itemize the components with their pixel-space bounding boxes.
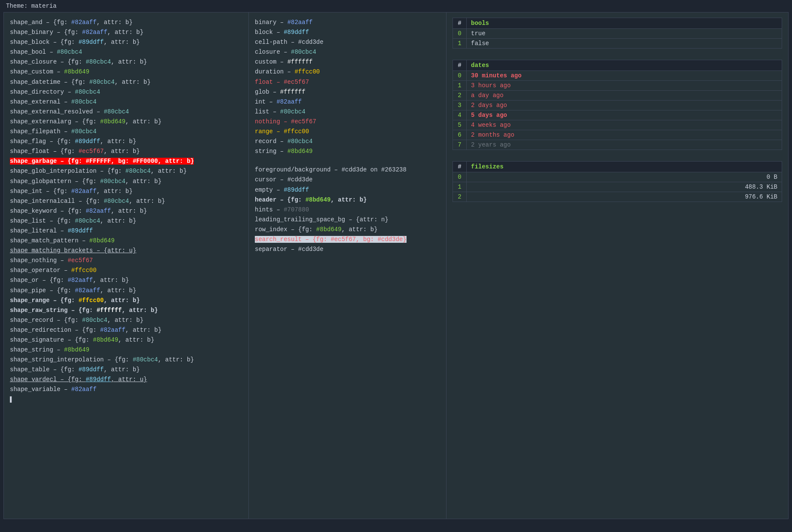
list-item: empty – #89ddff (255, 185, 440, 195)
table-row: 32 days ago (453, 101, 782, 110)
list-item: shape_redirection – {fg: #82aaff, attr: … (10, 325, 242, 335)
value-cell: 3 hours ago (467, 81, 782, 91)
dates-header: dates (467, 60, 782, 71)
index-cell: 4 (453, 110, 467, 120)
list-item: shape_external_resolved – #80cbc4 (10, 107, 242, 117)
list-item: cell-path – #cdd3de (255, 37, 440, 47)
list-item: shape_match_pattern – #8bd649 (10, 236, 242, 246)
table-row: 62 months ago (453, 130, 782, 140)
index-cell: 1 (453, 81, 467, 91)
list-item: shape_list – {fg: #80cbc4, attr: b} (10, 216, 242, 226)
list-item: binary – #82aaff (255, 18, 440, 28)
value-cell: 4 weeks ago (467, 120, 782, 130)
list-item: closure – #80cbc4 (255, 47, 440, 57)
list-item: shape_pipe – {fg: #82aaff, attr: b} (10, 286, 242, 296)
list-item: block – #89ddff (255, 28, 440, 37)
index-cell: 7 (453, 140, 467, 150)
col2: binary – #82aaffblock – #89ddffcell-path… (249, 12, 446, 519)
list-item: shape_closure – {fg: #80cbc4, attr: b} (10, 57, 242, 67)
list-item: separator – #cdd3de (255, 245, 440, 254)
value-cell: 488.3 KiB (467, 182, 782, 192)
list-item: shape_raw_string – {fg: #ffffff, attr: b… (10, 306, 242, 315)
list-item: custom – #ffffff (255, 57, 440, 67)
list-item: shape_signature – {fg: #8bd649, attr: b} (10, 335, 242, 345)
table-row: 54 weeks ago (453, 120, 782, 130)
table-row: 2a day ago (453, 91, 782, 101)
table-row: 2976.6 KiB (453, 192, 782, 202)
list-item: shape_external – #80cbc4 (10, 97, 242, 107)
list-item: shape_operator – #ffcc00 (10, 266, 242, 275)
index-cell: 6 (453, 130, 467, 140)
index-cell: 1 (453, 39, 467, 49)
list-item: shape_externalarg – {fg: #8bd649, attr: … (10, 117, 242, 127)
value-cell: 976.6 KiB (467, 192, 782, 202)
table-row: 030 minutes ago (453, 71, 782, 81)
value-cell: 0 B (467, 172, 782, 182)
index-cell: 2 (453, 91, 467, 101)
list-item: shape_literal – #89ddff (10, 226, 242, 236)
table-row: 45 days ago (453, 110, 782, 120)
list-item: shape_variable – #82aaff (10, 385, 242, 394)
cursor: ▌ (10, 395, 242, 405)
bools-table: # bools 0true1false (453, 18, 782, 49)
spacer (255, 156, 440, 165)
list-item: shape_flag – {fg: #89ddff, attr: b} (10, 137, 242, 147)
list-item: int – #82aaff (255, 97, 440, 107)
list-item: shape_garbage – {fg: #FFFFFF, bg: #FF000… (10, 156, 242, 166)
list-item: shape_float – {fg: #ec5f67, attr: b} (10, 147, 242, 156)
list-item: leading_trailing_space_bg – {attr: n} (255, 215, 440, 225)
table-row: 1488.3 KiB (453, 182, 782, 192)
bools-hash-header: # (453, 18, 467, 29)
list-item: float – #ec5f67 (255, 77, 440, 87)
list-item: shape_glob_interpolation – {fg: #80cbc4,… (10, 166, 242, 176)
list-item: search_result – {fg: #ec5f67, bg: #cdd3d… (255, 235, 440, 245)
table-row: 13 hours ago (453, 81, 782, 91)
list-item: glob – #ffffff (255, 87, 440, 97)
list-item: shape_matching_brackets – {attr: u} (10, 246, 242, 256)
list-item: shape_string – #8bd649 (10, 345, 242, 355)
list-item: shape_block – {fg: #89ddff, attr: b} (10, 37, 242, 47)
list-item: shape_and – {fg: #82aaff, attr: b} (10, 18, 242, 28)
filesizes-hash-header: # (453, 162, 467, 172)
table-row: 0true (453, 29, 782, 39)
bools-header: bools (467, 18, 782, 29)
value-cell: 5 days ago (467, 110, 782, 120)
index-cell: 3 (453, 101, 467, 110)
list-item: shape_datetime – {fg: #80cbc4, attr: b} (10, 77, 242, 87)
index-cell: 5 (453, 120, 467, 130)
list-item: shape_string_interpolation – {fg: #80cbc… (10, 355, 242, 365)
table-row: 00 B (453, 172, 782, 182)
list-item: foreground/background – #cdd3de on #2632… (255, 165, 440, 175)
list-item: shape_binary – {fg: #82aaff, attr: b} (10, 28, 242, 37)
tables-area: # bools 0true1false # dates 030 minutes … (453, 18, 782, 202)
list-item: shape_nothing – #ec5f67 (10, 256, 242, 266)
index-cell: 0 (453, 71, 467, 81)
list-item: row_index – {fg: #8bd649, attr: b} (255, 225, 440, 235)
list-item: shape_internalcall – {fg: #80cbc4, attr:… (10, 196, 242, 206)
theme-label: Theme: materia (0, 0, 792, 12)
list-item: shape_record – {fg: #80cbc4, attr: b} (10, 315, 242, 325)
list-item: hints – #707880 (255, 205, 440, 215)
list-item: string – #8bd649 (255, 147, 440, 156)
list-item: shape_custom – #8bd649 (10, 67, 242, 77)
value-cell: 30 minutes ago (467, 71, 782, 81)
table-row: 72 years ago (453, 140, 782, 150)
list-item: shape_table – {fg: #89ddff, attr: b} (10, 365, 242, 375)
value-cell: true (467, 29, 782, 39)
list-item: duration – #ffcc00 (255, 67, 440, 77)
list-item: shape_or – {fg: #82aaff, attr: b} (10, 275, 242, 285)
list-item: list – #80cbc4 (255, 107, 440, 117)
list-item: shape_globpattern – {fg: #80cbc4, attr: … (10, 177, 242, 187)
filesizes-header: filesizes (467, 162, 782, 172)
list-item: shape_keyword – {fg: #82aaff, attr: b} (10, 206, 242, 216)
list-item: record – #80cbc4 (255, 137, 440, 147)
col3: # bools 0true1false # dates 030 minutes … (446, 12, 788, 519)
value-cell: 2 months ago (467, 130, 782, 140)
dates-hash-header: # (453, 60, 467, 71)
table-row: 1false (453, 39, 782, 49)
value-cell: 2 days ago (467, 101, 782, 110)
list-item: cursor – #cdd3de (255, 175, 440, 185)
dates-table: # dates 030 minutes ago13 hours ago2a da… (453, 60, 782, 150)
list-item: shape_range – {fg: #ffcc00, attr: b} (10, 296, 242, 306)
filesizes-table: # filesizes 00 B1488.3 KiB2976.6 KiB (453, 161, 782, 202)
